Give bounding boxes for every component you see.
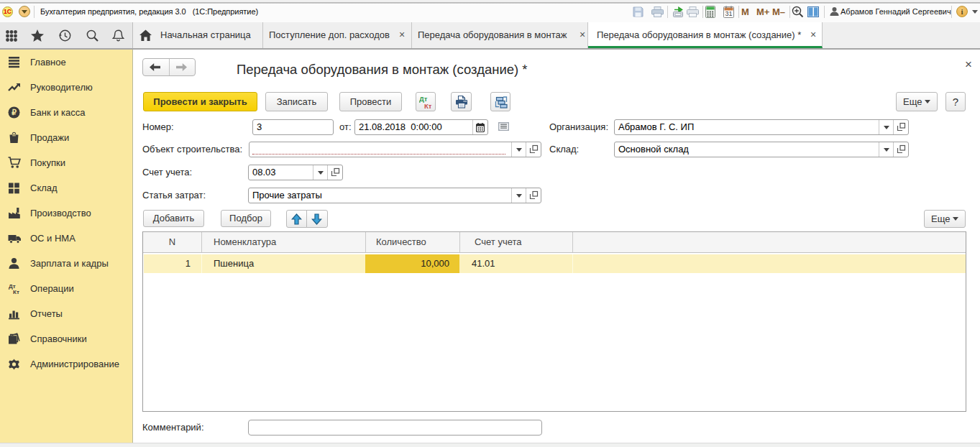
svg-text:₽: ₽ xyxy=(12,108,17,116)
svg-text:31: 31 xyxy=(725,10,732,17)
svg-text:Кт: Кт xyxy=(13,289,19,295)
svg-text:Кт: Кт xyxy=(424,102,432,110)
